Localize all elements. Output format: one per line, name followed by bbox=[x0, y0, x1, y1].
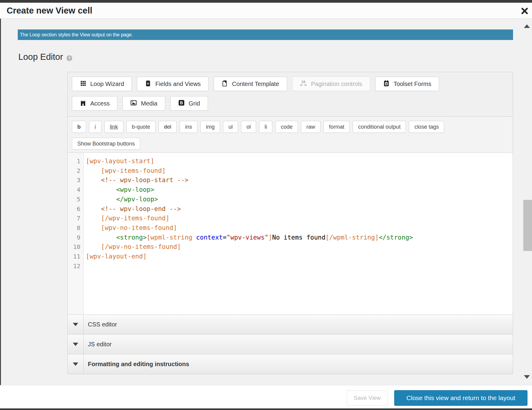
svg-text:B: B bbox=[180, 101, 183, 105]
fields-and-views-button[interactable]: Fields and Views bbox=[137, 77, 209, 91]
toolset-forms-icon bbox=[383, 80, 390, 88]
panel-toggle[interactable] bbox=[68, 354, 84, 374]
button-label: Access bbox=[90, 100, 110, 107]
quicktag-b-quote-button[interactable]: b-quote bbox=[126, 121, 156, 133]
media-button[interactable]: Media bbox=[122, 96, 165, 111]
scrollbar-thumb[interactable] bbox=[523, 200, 532, 251]
editor-toolbar: Loop WizardFields and ViewsContent Templ… bbox=[68, 72, 513, 117]
line-number: 10 bbox=[68, 242, 83, 252]
quicktags-row: bilinkb-quotedelinsimgulollicoderawforma… bbox=[72, 121, 509, 133]
access-button[interactable]: Access bbox=[72, 96, 117, 111]
button-label: Pagination controls bbox=[311, 81, 362, 87]
code-line-7[interactable]: [/wpv-items-found] bbox=[86, 214, 513, 223]
code-line-10[interactable]: [/wpv-no-items-found] bbox=[86, 242, 513, 252]
line-number: 11 bbox=[68, 252, 83, 262]
quicktag-link-button[interactable]: link bbox=[104, 121, 123, 133]
loop-editor-heading: Loop Editor bbox=[18, 52, 63, 62]
code-line-4[interactable]: <wpv-loop> bbox=[86, 185, 513, 195]
line-number: 9 bbox=[68, 233, 83, 243]
line-number: 3 bbox=[68, 176, 83, 185]
code-line-6[interactable]: <!-- wpv-loop-end --> bbox=[86, 204, 513, 214]
js-editor-panel[interactable]: JS editor bbox=[68, 334, 513, 354]
quicktag-li-button[interactable]: li bbox=[259, 121, 272, 133]
loop-wizard-grid-icon bbox=[80, 80, 86, 88]
panel-label: CSS editor bbox=[84, 315, 117, 334]
line-number-gutter: 123456789101112 bbox=[68, 153, 84, 314]
toolset-forms-button[interactable]: Toolset Forms bbox=[375, 77, 439, 91]
modal-title: Create new View cell bbox=[7, 3, 92, 18]
modal-header: Create new View cell bbox=[0, 3, 532, 19]
quicktag-b-button[interactable]: b bbox=[72, 121, 86, 133]
toolbar-row-1: Loop WizardFields and ViewsContent Templ… bbox=[72, 77, 509, 91]
loop-editor-box: Loop WizardFields and ViewsContent Templ… bbox=[67, 72, 513, 374]
code-line-3[interactable]: <!-- wpv-loop-start --> bbox=[86, 176, 513, 185]
svg-text:19: 19 bbox=[301, 80, 305, 84]
fields-and-views-icon bbox=[145, 80, 151, 88]
bottom-window-strip bbox=[0, 408, 532, 410]
close-view-button[interactable]: Close this view and return to the layout bbox=[394, 390, 527, 406]
button-label: Media bbox=[141, 100, 157, 107]
create-view-cell-modal: Create new View cell The Loop section st… bbox=[0, 0, 532, 410]
chevron-down-icon bbox=[73, 323, 78, 326]
quicktag-img-button[interactable]: img bbox=[200, 121, 220, 133]
content-template-icon bbox=[221, 80, 228, 88]
quicktag-ol-button[interactable]: ol bbox=[241, 121, 256, 133]
button-label: Fields and Views bbox=[155, 81, 201, 87]
button-label: Content Template bbox=[232, 81, 279, 87]
loop-section-notice: The Loop section styles the View output … bbox=[18, 29, 513, 40]
code-line-1[interactable]: [wpv-layout-start] bbox=[86, 157, 513, 166]
line-number: 8 bbox=[68, 223, 83, 233]
line-number: 2 bbox=[68, 166, 83, 176]
code-lines[interactable]: [wpv-layout-start] [wpv-items-found] <!-… bbox=[84, 153, 513, 314]
panel-toggle[interactable] bbox=[68, 315, 84, 334]
quicktag-i-button[interactable]: i bbox=[89, 121, 101, 133]
modal-body: The Loop section styles the View output … bbox=[0, 19, 532, 385]
quicktag-format-button[interactable]: format bbox=[323, 121, 350, 133]
panel-label: JS editor bbox=[84, 335, 112, 354]
line-number: 4 bbox=[68, 185, 83, 195]
quicktag-ul-button[interactable]: ul bbox=[223, 121, 238, 133]
code-line-8[interactable]: [wpv-no-items-found] bbox=[86, 223, 513, 233]
formatting-and-editing-instructions-panel[interactable]: Formatting and editing instructions bbox=[68, 354, 513, 374]
button-label: Toolset Forms bbox=[394, 81, 431, 87]
grid-button[interactable]: BGrid bbox=[170, 96, 208, 111]
help-icon[interactable]: ? bbox=[66, 55, 72, 61]
show-bootstrap-buttons-button[interactable]: Show Bootstrap buttons bbox=[72, 138, 140, 150]
code-line-5[interactable]: </wpv-loop> bbox=[86, 195, 513, 204]
quicktag-ins-button[interactable]: ins bbox=[180, 121, 197, 133]
collapsed-panels: CSS editorJS editorFormatting and editin… bbox=[68, 314, 513, 374]
quicktag-del-button[interactable]: del bbox=[159, 121, 177, 133]
code-line-11[interactable]: [wpv-layout-end] bbox=[86, 252, 513, 262]
quicktag-raw-button[interactable]: raw bbox=[301, 121, 320, 133]
code-editor[interactable]: 123456789101112 [wpv-layout-start] [wpv-… bbox=[68, 152, 513, 314]
loop-wizard-button[interactable]: Loop Wizard bbox=[72, 77, 132, 91]
save-view-button[interactable]: Save View bbox=[347, 390, 388, 405]
panel-toggle[interactable] bbox=[68, 335, 84, 354]
pagination-controls-button[interactable]: 19Pagination controls bbox=[292, 77, 370, 91]
quicktag-code-button[interactable]: code bbox=[275, 121, 298, 133]
modal-footer: Save View Close this view and return to … bbox=[0, 385, 532, 408]
code-line-2[interactable]: [wpv-items-found] bbox=[86, 166, 513, 176]
scrollbar-up-arrow-icon[interactable] bbox=[524, 24, 530, 28]
code-line-9[interactable]: <strong>[wpml-string context="wpv-views"… bbox=[86, 233, 513, 243]
code-line-12[interactable] bbox=[86, 262, 513, 271]
close-icon[interactable] bbox=[521, 7, 528, 14]
quicktag-close-tags-button[interactable]: close tags bbox=[409, 121, 444, 133]
line-number: 12 bbox=[68, 262, 83, 271]
top-window-strip bbox=[0, 0, 532, 3]
bootstrap-grid-icon: B bbox=[178, 99, 185, 108]
pagination-controls-icon: 19 bbox=[300, 80, 307, 88]
media-icon bbox=[130, 99, 137, 108]
button-label: Grid bbox=[189, 100, 200, 107]
quicktags-toolbar: bilinkb-quotedelinsimgulollicoderawforma… bbox=[68, 117, 513, 152]
line-number: 7 bbox=[68, 214, 83, 223]
quicktag-conditional-output-button[interactable]: conditional output bbox=[353, 121, 406, 133]
content-template-button[interactable]: Content Template bbox=[214, 77, 287, 91]
css-editor-panel[interactable]: CSS editor bbox=[68, 314, 513, 334]
line-number: 6 bbox=[68, 204, 83, 214]
line-number: 5 bbox=[68, 195, 83, 204]
button-label: Loop Wizard bbox=[90, 81, 124, 87]
line-number: 1 bbox=[68, 157, 83, 166]
scrollbar-down-arrow-icon[interactable] bbox=[524, 375, 530, 379]
chevron-down-icon bbox=[73, 343, 78, 346]
